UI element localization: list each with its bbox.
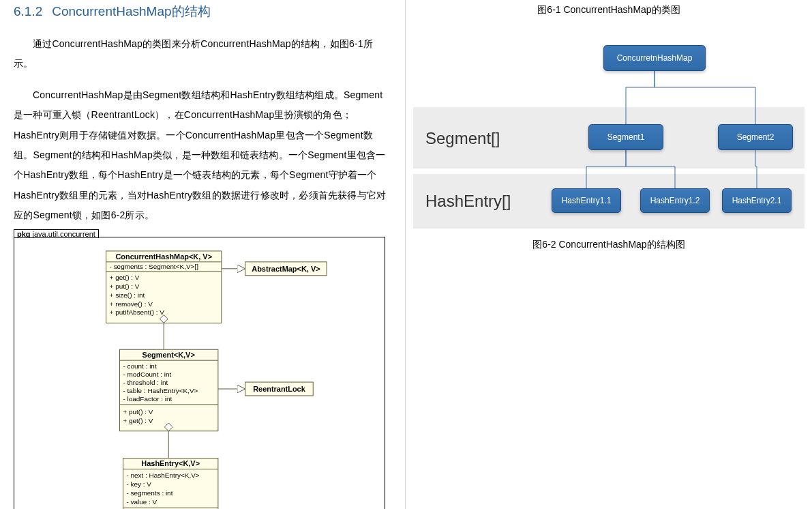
svg-text:- table : HashEntry<K,V>: - table : HashEntry<K,V> — [123, 386, 198, 394]
svg-text:+ put() : V: + put() : V — [110, 282, 140, 289]
svg-text:Segment<K,V>: Segment<K,V> — [142, 351, 195, 359]
node-hashentry-2-1: HashEntry2.1 — [722, 188, 792, 213]
segment-band-label: Segment[] — [425, 129, 500, 148]
structure-chart: Segment[] HashEntry[] ConcurretnHashMap … — [412, 25, 805, 229]
svg-text:+ get() : V: + get() : V — [110, 273, 140, 280]
page-spread: 6.1.2ConcurrentHashMap的结构 通过ConcurrentHa… — [0, 0, 812, 509]
svg-text:- segments : int: - segments : int — [126, 489, 172, 497]
svg-text:AbstractMap<K, V>: AbstractMap<K, V> — [252, 264, 320, 272]
uml-class-diagram: pkgjava.util.concurrent ConcurrentHa — [14, 237, 385, 509]
node-hashentry-1-2: HashEntry1.2 — [640, 188, 710, 213]
figure-caption-6-1: 图6-1 ConcurrentHashMap的类图 — [412, 4, 805, 16]
svg-text:+ put() : V: + put() : V — [123, 407, 153, 415]
figure-caption-6-2: 图6-2 ConcurrentHashMap的结构图 — [412, 239, 805, 251]
paragraph-1: 通过ConcurrentHashMap的类图来分析ConcurrentHashM… — [14, 34, 391, 74]
svg-text:- key : V: - key : V — [126, 480, 151, 488]
svg-text:- threshold : int: - threshold : int — [123, 379, 168, 386]
uml-class-abstractmap: AbstractMap<K, V> — [245, 261, 327, 275]
node-segment2: Segment2 — [718, 124, 793, 150]
hashentry-band-label: HashEntry[] — [425, 192, 511, 211]
section-title: ConcurrentHashMap的结构 — [52, 4, 210, 18]
svg-text:- count : int: - count : int — [123, 362, 157, 370]
svg-text:HashEntry<K,V>: HashEntry<K,V> — [141, 459, 200, 467]
uml-class-reentrantlock: ReentrantLock — [245, 382, 314, 396]
svg-text:+ remove() : V: + remove() : V — [110, 300, 153, 307]
pkg-name: java.util.concurrent — [33, 230, 95, 238]
svg-text:- value : V: - value : V — [126, 498, 157, 506]
svg-text:- segments : Segment<K,V>[]: - segments : Segment<K,V>[] — [110, 262, 199, 270]
svg-text:+ get() : V: + get() : V — [123, 416, 153, 424]
uml-svg: ConcurrentHashMap<K, V> - segments : Seg… — [14, 237, 385, 509]
left-page: 6.1.2ConcurrentHashMap的结构 通过ConcurrentHa… — [0, 0, 406, 509]
svg-text:- next : HashEntry<K,V>: - next : HashEntry<K,V> — [126, 471, 199, 479]
svg-text:- loadFactor : int: - loadFactor : int — [123, 394, 172, 402]
svg-text:+ putIfAbsent() : V: + putIfAbsent() : V — [110, 308, 165, 316]
svg-text:+ size() : int: + size() : int — [110, 291, 145, 298]
svg-text:ReentrantLock: ReentrantLock — [253, 384, 305, 392]
right-page: 图6-1 ConcurrentHashMap的类图 Segment[] Hash… — [406, 0, 812, 509]
uml-package-label: pkgjava.util.concurrent — [14, 229, 99, 238]
uml-class-concurrenthashmap: ConcurrentHashMap<K, V> - segments : Seg… — [106, 250, 222, 323]
section-heading: 6.1.2ConcurrentHashMap的结构 — [14, 3, 391, 20]
node-segment1: Segment1 — [588, 124, 663, 150]
svg-text:- modCount : int: - modCount : int — [123, 370, 172, 378]
uml-class-hashentry: HashEntry<K,V> - next : HashEntry<K,V> -… — [123, 458, 218, 509]
section-number: 6.1.2 — [14, 4, 42, 18]
uml-class-segment: Segment<K,V> - count : int - modCount : … — [120, 349, 218, 431]
paragraph-2: ConcurrentHashMap是由Segment数组结构和HashEntry… — [14, 85, 391, 226]
node-hashentry-1-1: HashEntry1.1 — [552, 188, 621, 213]
svg-text:ConcurrentHashMap<K, V>: ConcurrentHashMap<K, V> — [115, 252, 212, 260]
node-concurrenthashmap: ConcurretnHashMap — [603, 45, 706, 71]
pkg-keyword: pkg — [17, 230, 31, 238]
